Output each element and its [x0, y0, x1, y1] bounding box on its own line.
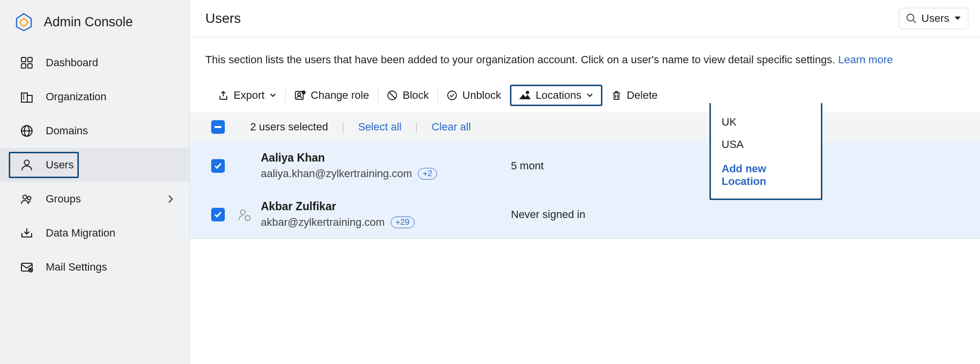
brand: Admin Console	[0, 8, 189, 46]
search-scope-label: Users	[922, 12, 949, 25]
change-role-button[interactable]: Change role	[286, 85, 378, 106]
separator: |	[415, 121, 418, 133]
locations-dropdown-panel: UK USA Add new Location	[709, 103, 822, 200]
export-label: Export	[234, 89, 265, 102]
svg-rect-5	[21, 93, 27, 102]
locations-button[interactable]: Locations	[510, 85, 602, 106]
main-content: Users Users This section lists the users…	[190, 0, 980, 364]
user-name: Akbar Zulfikar	[261, 200, 415, 213]
svg-point-27	[526, 91, 528, 94]
chevron-down-icon	[586, 93, 593, 98]
action-toolbar: Export Change role Block Unblock	[190, 78, 980, 112]
svg-line-20	[913, 20, 916, 23]
sidebar-item-label: Organization	[46, 91, 178, 103]
groups-icon	[19, 192, 34, 206]
user-name: Aaliya Khan	[261, 151, 437, 164]
dashboard-icon	[19, 55, 34, 70]
sidebar-item-dashboard[interactable]: Dashboard	[0, 46, 189, 80]
svg-point-22	[298, 93, 301, 96]
svg-point-18	[30, 270, 32, 271]
extra-alias-badge[interactable]: +29	[391, 217, 415, 228]
extra-alias-badge[interactable]: +2	[418, 168, 437, 180]
user-settings-icon	[236, 207, 252, 222]
unblock-button[interactable]: Unblock	[438, 85, 509, 106]
delete-button[interactable]: Delete	[602, 85, 667, 106]
trash-icon	[611, 90, 622, 101]
sidebar-item-groups[interactable]: Groups	[0, 182, 189, 216]
svg-rect-1	[21, 57, 26, 62]
search-scope-dropdown[interactable]: Users	[899, 8, 968, 29]
delete-label: Delete	[627, 89, 658, 102]
row-checkbox[interactable]	[211, 208, 225, 221]
export-button[interactable]: Export	[209, 85, 285, 106]
svg-point-26	[448, 91, 456, 100]
sidebar-item-label: Domains	[46, 125, 178, 137]
locations-icon	[519, 91, 531, 100]
intro-text: This section lists the users that have b…	[190, 37, 980, 78]
svg-point-30	[240, 210, 245, 215]
intro-body: This section lists the users that have b…	[205, 54, 838, 66]
clear-all-link[interactable]: Clear all	[432, 121, 471, 133]
svg-point-19	[907, 14, 914, 21]
brand-logo-icon	[14, 12, 34, 32]
svg-point-0	[20, 19, 27, 26]
svg-rect-3	[21, 64, 26, 68]
user-last-activity: Never signed in	[511, 208, 959, 221]
location-option[interactable]: UK	[711, 111, 821, 133]
sidebar-item-label: Data Migration	[46, 227, 178, 239]
globe-icon	[19, 124, 34, 138]
user-row[interactable]: Aaliya Khan aaliya.khan@zylkertraining.c…	[190, 142, 980, 190]
unblock-icon	[447, 90, 457, 101]
user-icon	[19, 158, 34, 172]
block-button[interactable]: Block	[378, 85, 437, 106]
user-email: akbar@zylkertraining.com	[261, 216, 385, 229]
sidebar-item-mail-settings[interactable]: Mail Settings	[0, 250, 189, 284]
sidebar-item-label: Dashboard	[46, 56, 178, 69]
svg-rect-6	[27, 95, 32, 102]
add-location-link[interactable]: Add new Location	[711, 156, 821, 191]
change-role-icon	[294, 90, 306, 101]
svg-point-14	[23, 195, 27, 199]
migration-icon	[19, 226, 34, 240]
svg-rect-4	[28, 64, 32, 68]
chevron-down-icon	[270, 93, 276, 98]
unblock-label: Unblock	[462, 89, 501, 102]
selection-count: 2 users selected	[250, 121, 328, 133]
sidebar-item-label: Mail Settings	[46, 261, 178, 273]
chevron-right-icon	[167, 194, 174, 204]
block-icon	[387, 90, 398, 101]
change-role-label: Change role	[311, 89, 369, 102]
select-all-link[interactable]: Select all	[358, 121, 401, 133]
sidebar-item-label: Groups	[46, 193, 155, 205]
brand-title: Admin Console	[44, 15, 133, 30]
organization-icon	[19, 90, 34, 104]
block-label: Block	[402, 89, 429, 102]
user-email: aaliya.khan@zylkertraining.com	[261, 167, 412, 180]
separator: |	[342, 121, 345, 133]
caret-down-icon	[954, 16, 961, 21]
learn-more-link[interactable]: Learn more	[838, 54, 893, 66]
export-icon	[218, 90, 229, 101]
svg-rect-2	[28, 57, 32, 62]
location-option[interactable]: USA	[711, 133, 821, 156]
svg-line-25	[389, 92, 395, 98]
main-header: Users Users	[190, 0, 980, 37]
sidebar-item-domains[interactable]: Domains	[0, 114, 189, 148]
page-title: Users	[205, 11, 241, 26]
sidebar-item-users[interactable]: Users	[0, 148, 189, 182]
locations-label: Locations	[536, 89, 581, 102]
sidebar-item-organization[interactable]: Organization	[0, 80, 189, 114]
select-all-checkbox[interactable]	[211, 120, 225, 134]
svg-point-15	[28, 197, 31, 200]
mail-settings-icon	[19, 260, 34, 274]
sidebar-item-data-migration[interactable]: Data Migration	[0, 216, 189, 250]
search-icon	[906, 13, 917, 24]
sidebar-item-label: Users	[46, 159, 178, 171]
selection-bar: 2 users selected | Select all | Clear al…	[190, 112, 980, 142]
row-checkbox[interactable]	[211, 159, 225, 173]
sidebar: Admin Console Dashboard Organization Dom…	[0, 0, 190, 364]
user-row[interactable]: Akbar Zulfikar akbar@zylkertraining.com …	[190, 190, 980, 239]
svg-point-13	[24, 160, 29, 165]
